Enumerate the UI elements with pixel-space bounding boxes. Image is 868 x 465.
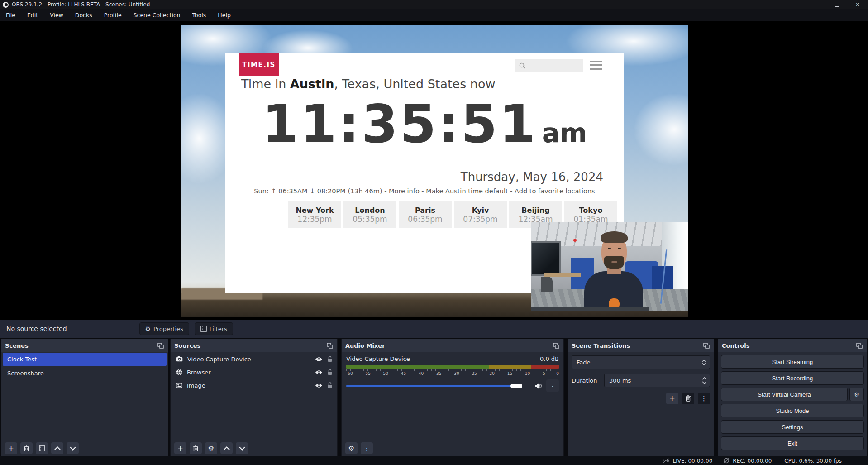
webcam-chair: [541, 277, 553, 292]
clock: 11:35:51am: [225, 93, 624, 154]
cpu-fps-status: CPU: 0.6%, 30.00 fps: [784, 458, 842, 464]
menu-bar: File Edit View Docks Profile Scene Colle…: [0, 9, 868, 21]
source-item-image[interactable]: Image: [171, 379, 337, 391]
move-scene-down-button[interactable]: [67, 442, 79, 454]
scene-transitions-panel: Scene Transitions Fade Duration 300 ms: [568, 339, 714, 456]
webcam-overlay: [531, 222, 688, 311]
rec-status: REC: 00:00:00: [723, 458, 772, 464]
audio-mixer-body: Video Capture Device 0.0 dB -60-55-50-45…: [342, 352, 563, 441]
spin-up-icon[interactable]: [702, 377, 707, 380]
transitions-header: Scene Transitions: [568, 339, 714, 352]
spin-down-icon[interactable]: [702, 381, 707, 384]
volume-slider-handle[interactable]: [510, 384, 522, 388]
preview-area: TIME.IS Time in Austin, Texas, United St…: [0, 21, 868, 320]
meter-tick-marks: [346, 369, 559, 371]
popout-icon[interactable]: [553, 343, 560, 349]
eye-visible-icon[interactable]: [315, 383, 323, 388]
close-button[interactable]: ✕: [847, 0, 868, 9]
scene-filters-button[interactable]: [36, 442, 48, 454]
scene-item-screenshare[interactable]: Screenshare: [3, 367, 167, 380]
start-recording-button[interactable]: Start Recording: [721, 371, 864, 385]
move-source-up-button[interactable]: [220, 442, 233, 454]
menu-help[interactable]: Help: [212, 9, 237, 21]
source-item-video-capture[interactable]: Video Capture Device: [171, 353, 337, 365]
virtual-camera-settings-button[interactable]: ⚙: [849, 388, 864, 401]
gear-icon: ⚙: [854, 391, 859, 398]
mixer-menu-button[interactable]: ⋮: [361, 442, 373, 454]
chevron-down-icon: [239, 446, 245, 451]
popout-icon[interactable]: [703, 343, 710, 349]
remove-transition-button[interactable]: [682, 393, 694, 404]
menu-profile[interactable]: Profile: [98, 9, 128, 21]
menu-tools[interactable]: Tools: [186, 9, 212, 21]
lock-open-icon[interactable]: [327, 356, 333, 362]
transition-buttons: + ⋮: [572, 393, 710, 404]
page-date: Thursday, May 16, 2024: [461, 170, 603, 184]
mixer-toolbar: ⚙ ⋮: [342, 441, 563, 456]
window-title: OBS 29.1.2 - Profile: LLHLS BETA - Scene…: [12, 1, 150, 8]
move-source-down-button[interactable]: [236, 442, 248, 454]
duration-row: Duration 300 ms: [572, 374, 710, 387]
transition-dropdown[interactable]: Fade: [572, 355, 710, 369]
audio-mixer-header: Audio Mixer: [342, 339, 563, 352]
menu-docks[interactable]: Docks: [69, 9, 98, 21]
eye-visible-icon[interactable]: [315, 357, 323, 362]
studio-mode-button[interactable]: Studio Mode: [721, 404, 864, 417]
move-scene-up-button[interactable]: [51, 442, 63, 454]
add-source-button[interactable]: +: [174, 442, 186, 454]
menu-view[interactable]: View: [44, 9, 69, 21]
duration-value: 300 ms: [609, 377, 631, 384]
volume-slider[interactable]: [346, 385, 521, 387]
source-item-browser[interactable]: Browser: [171, 366, 337, 378]
add-scene-button[interactable]: +: [5, 442, 17, 454]
webcam-fire-alarm: [573, 239, 577, 242]
transition-properties-button[interactable]: ⋮: [698, 393, 710, 404]
live-status: LIVE: 00:00:00: [662, 458, 713, 464]
duration-spinbox[interactable]: 300 ms: [604, 374, 710, 387]
scene-item-clock-test[interactable]: Clock Test: [3, 353, 167, 366]
maximize-button[interactable]: [826, 0, 847, 9]
popout-icon[interactable]: [856, 343, 863, 349]
eye-visible-icon[interactable]: [315, 370, 323, 375]
cloud: [634, 93, 688, 166]
popout-icon[interactable]: [327, 343, 334, 349]
remove-source-button[interactable]: [190, 442, 202, 454]
filters-button[interactable]: Filters: [195, 322, 233, 335]
lock-open-icon[interactable]: [327, 382, 333, 388]
start-virtual-camera-button[interactable]: Start Virtual Camera: [721, 388, 848, 401]
webcam-glass-wall: [531, 241, 561, 276]
status-bar: LIVE: 00:00:00 REC: 00:00:00 CPU: 0.6%, …: [0, 456, 868, 465]
menu-scene-collection[interactable]: Scene Collection: [128, 9, 186, 21]
lock-open-icon[interactable]: [327, 369, 333, 375]
mixer-channel-row: Video Capture Device 0.0 dB: [346, 355, 559, 362]
trash-icon: [24, 445, 29, 451]
minimize-button[interactable]: –: [806, 0, 826, 9]
hamburger-menu-icon: [590, 61, 602, 72]
more-info-link: More info: [389, 187, 420, 195]
source-properties-button[interactable]: ⚙: [205, 442, 217, 454]
speaker-icon[interactable]: [535, 383, 543, 389]
menu-edit[interactable]: Edit: [21, 9, 44, 21]
meter-scale: -60-55-50-45-40-35-30-25-20-15-10-50: [346, 371, 559, 376]
remove-scene-button[interactable]: [20, 442, 33, 454]
settings-button[interactable]: Settings: [721, 420, 864, 434]
menu-file[interactable]: File: [0, 9, 21, 21]
scenes-list: Clock Test Screenshare: [1, 352, 168, 441]
scene-canvas[interactable]: TIME.IS Time in Austin, Texas, United St…: [181, 25, 688, 317]
maximize-icon: [835, 3, 839, 7]
mixer-options-button[interactable]: ⋮: [546, 379, 559, 392]
exit-button[interactable]: Exit: [721, 436, 864, 450]
search-input: [515, 59, 583, 72]
sources-panel: Sources Video Capture Device: [170, 339, 338, 456]
scenes-toolbar: +: [1, 441, 168, 456]
add-transition-button[interactable]: +: [666, 393, 678, 404]
trash-icon: [193, 445, 199, 451]
advanced-audio-button[interactable]: ⚙: [345, 442, 358, 454]
start-streaming-button[interactable]: Start Streaming: [721, 355, 864, 369]
image-icon: [176, 383, 182, 388]
popout-icon[interactable]: [157, 343, 164, 349]
window-controls: – ✕: [806, 0, 868, 9]
transition-selected-value: Fade: [577, 359, 591, 366]
properties-button[interactable]: ⚙ Properties: [139, 322, 189, 335]
page-heading: Time in Austin, Texas, United States now: [241, 77, 496, 91]
